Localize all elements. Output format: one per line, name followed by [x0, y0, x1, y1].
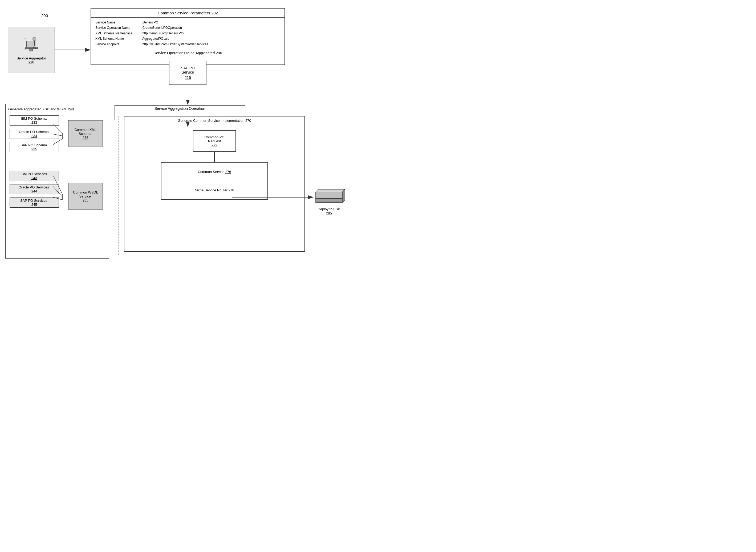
params-body: Service Name: GenericPO Service Operatio…: [91, 18, 285, 49]
svg-text:×: ×: [24, 37, 25, 39]
oracle-po-schema-box: Oracle PO Schema 234: [10, 129, 59, 139]
diagram-label: 200: [41, 13, 48, 18]
deploy-to-esb: Deploy to ESB 285: [313, 186, 345, 215]
params-header: Common Service Parameters 202: [91, 9, 285, 18]
common-service-niche-box: Common Service 276 Niche Service Router …: [161, 162, 268, 199]
aggregator-label: Service Aggregator 220: [16, 56, 46, 64]
ibm-po-services-box: IBM PO Services 243: [10, 171, 59, 181]
oracle-po-services-box: Oracle PO Services 244: [10, 184, 59, 194]
svg-marker-11: [316, 198, 342, 202]
svg-marker-10: [316, 192, 342, 198]
svg-rect-1: [26, 41, 35, 47]
dashed-divider: [119, 116, 119, 255]
sap-po-services-box: SAP PO Services 245: [10, 197, 59, 208]
services-row: IBMPO Service 213 OraclePO Service 214 S…: [91, 57, 285, 64]
common-wsdl-service-box: Common WSDLService 265: [68, 183, 103, 210]
service-aggregator-box: × × Service Aggregator 220: [8, 27, 55, 73]
arrow-down-272-276: [214, 152, 215, 162]
svg-marker-13: [316, 189, 345, 192]
sap-po-service-box: SAP POService 215: [169, 61, 206, 85]
svg-rect-2: [29, 48, 32, 51]
outer-left-box: Generate Aggregated XSD and WSDL 240 IBM…: [5, 104, 109, 259]
common-po-request-box: Common PORequest272: [193, 130, 236, 152]
person-icon: × ×: [23, 36, 39, 55]
svg-text:×: ×: [24, 48, 25, 51]
outer-left-title: Generate Aggregated XSD and WSDL 240: [6, 104, 109, 113]
common-service-label: Common Service 276: [161, 163, 267, 181]
sap-po-schema-box: SAP PO Schema 235: [10, 142, 59, 152]
common-xml-schema-box: Common XMLSchema 255: [68, 120, 103, 147]
niche-service-router-label: Niche Service Router 278: [195, 181, 234, 199]
esb-server-icon: [313, 186, 345, 205]
svg-point-3: [32, 37, 36, 40]
svg-rect-0: [25, 47, 37, 49]
params-box: Common Service Parameters 202 Service Na…: [90, 8, 285, 65]
impl-header: Generate Common Service Implementation 2…: [125, 117, 305, 125]
diagram: 200 × × Service Aggregator 220 Common Se…: [0, 0, 378, 276]
ops-section-title: Service Operations to be Aggregated 206: [91, 49, 285, 57]
ibm-po-schema-box: IBM PO Schema 233: [10, 115, 59, 126]
impl-body: Common PORequest272 Common Service 276 N…: [125, 125, 305, 202]
impl-box: Generate Common Service Implementation 2…: [124, 116, 305, 252]
